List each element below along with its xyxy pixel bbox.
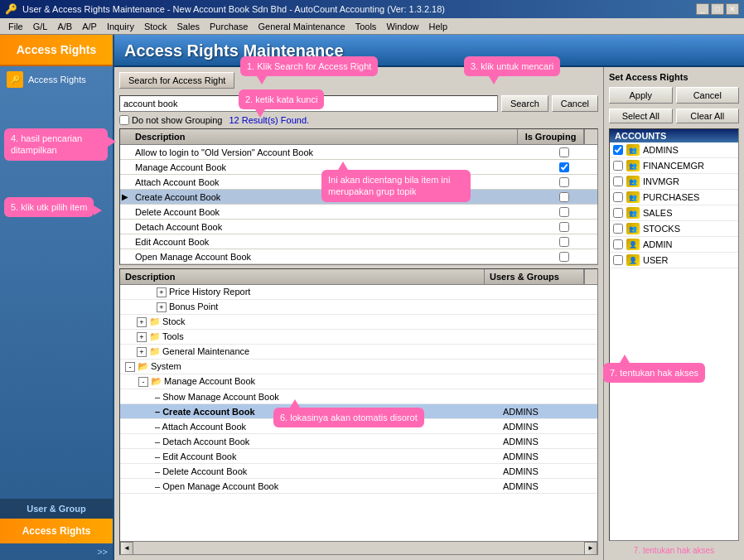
search-input[interactable]: [119, 95, 498, 112]
menu-ap[interactable]: A/P: [77, 20, 102, 33]
table-row[interactable]: Attach Account Book: [120, 175, 597, 190]
minimize-button[interactable]: _: [696, 3, 709, 15]
maximize-button[interactable]: □: [711, 3, 724, 15]
page-title: Access Rights Maintenance: [124, 41, 734, 60]
access-item[interactable]: 👤 USER: [610, 253, 738, 268]
window-title: User & Access Rights Maintenance - New A…: [22, 4, 445, 14]
access-checkbox[interactable]: [613, 208, 623, 218]
grouping-checkbox[interactable]: [559, 237, 569, 247]
grouping-checkbox[interactable]: [559, 192, 569, 202]
access-checkbox[interactable]: [613, 239, 623, 249]
grouping-checkbox[interactable]: [559, 147, 569, 157]
expand-icon[interactable]: +: [137, 347, 147, 357]
sidebar-section-access-rights[interactable]: Access Rights: [0, 519, 113, 543]
menu-ab[interactable]: A/B: [52, 20, 77, 33]
menu-help[interactable]: Help: [424, 20, 453, 33]
sidebar-title: Access Rights: [0, 35, 113, 66]
access-item[interactable]: 👥 FINANCEMGR: [610, 158, 738, 174]
list-item[interactable]: – Detach Account Book ADMINS: [120, 434, 597, 449]
list-item[interactable]: +📁Tools: [120, 330, 597, 345]
left-panel: Search for Access Right Search Cancel Do…: [114, 67, 603, 560]
access-item[interactable]: 👤 ADMIN: [610, 237, 738, 253]
row-arrow: ▶: [120, 192, 130, 201]
menu-purchase[interactable]: Purchase: [205, 20, 253, 33]
expand-icon[interactable]: -: [125, 362, 135, 372]
menu-gl[interactable]: G/L: [28, 20, 53, 33]
expand-icon[interactable]: +: [137, 317, 147, 327]
lower-header-users-groups: Users & Groups: [485, 269, 584, 284]
list-item[interactable]: +Bonus Point: [120, 300, 597, 315]
scroll-right-button[interactable]: ►: [584, 542, 597, 555]
expand-icon[interactable]: +: [157, 287, 167, 297]
select-all-button[interactable]: Select All: [609, 109, 673, 123]
menu-sales[interactable]: Sales: [172, 20, 205, 33]
expand-icon[interactable]: +: [157, 302, 167, 312]
no-grouping-checkbox[interactable]: [119, 115, 129, 125]
list-item[interactable]: +📁Stock: [120, 315, 597, 330]
list-item[interactable]: -📂System: [120, 360, 597, 374]
access-item[interactable]: 👥 INVMGR: [610, 174, 738, 190]
access-select-row: Select All Clear All: [609, 109, 739, 123]
cancel-button[interactable]: Cancel: [552, 95, 598, 112]
menu-tools[interactable]: Tools: [350, 20, 382, 33]
list-item[interactable]: -📂Manage Account Book: [120, 374, 597, 389]
menu-inquiry[interactable]: Inquiry: [102, 20, 139, 33]
sidebar-item-access-rights[interactable]: 🔑 Access Rights: [0, 66, 113, 93]
window-controls: _ □ ✕: [696, 3, 739, 15]
close-button[interactable]: ✕: [726, 3, 739, 15]
access-item[interactable]: 👥 SALES: [610, 205, 738, 221]
grouping-checkbox[interactable]: [559, 162, 569, 172]
scroll-left-button[interactable]: ◄: [120, 542, 133, 555]
list-item[interactable]: – Edit Account Book ADMINS: [120, 449, 597, 464]
table-row[interactable]: Detach Account Book: [120, 220, 597, 234]
clear-all-button[interactable]: Clear All: [676, 109, 740, 123]
menu-window[interactable]: Window: [381, 20, 423, 33]
list-item[interactable]: – Create Account Book ADMINS: [120, 404, 597, 419]
expand-icon[interactable]: -: [138, 377, 148, 387]
lower-table-body: +Price History Report +Bonus Point: [120, 285, 597, 541]
access-checkbox[interactable]: [613, 224, 623, 234]
no-grouping-label[interactable]: Do not show Grouping: [119, 115, 222, 125]
sidebar-section-user-group[interactable]: User & Group: [0, 499, 113, 519]
access-item[interactable]: 👥 PURCHASES: [610, 190, 738, 205]
result-count: 12 Result(s) Found.: [229, 115, 309, 125]
cancel-access-button[interactable]: Cancel: [676, 87, 740, 104]
search-for-access-right-button[interactable]: Search for Access Right: [119, 72, 234, 89]
access-checkbox[interactable]: [613, 161, 623, 171]
right-panel: Set Access Rights Apply Cancel Select Al…: [603, 67, 744, 560]
apply-button[interactable]: Apply: [609, 87, 673, 104]
list-item[interactable]: – Attach Account Book ADMINS: [120, 419, 597, 434]
page-header: Access Rights Maintenance: [114, 35, 744, 67]
access-item[interactable]: 👥 STOCKS: [610, 221, 738, 237]
access-checkbox[interactable]: [613, 192, 623, 202]
list-item[interactable]: – Show Manage Account Book: [120, 389, 597, 404]
list-item[interactable]: – Open Manage Account Book ADMINS: [120, 479, 597, 494]
list-item[interactable]: +📁General Maintenance: [120, 345, 597, 360]
list-item[interactable]: – Delete Account Book ADMINS: [120, 464, 597, 479]
access-checkbox[interactable]: [613, 145, 623, 155]
grouping-checkbox[interactable]: [559, 177, 569, 187]
grouping-checkbox[interactable]: [559, 252, 569, 262]
access-checkbox[interactable]: [613, 255, 623, 265]
table-row[interactable]: Manage Account Book: [120, 160, 597, 175]
sidebar-expand-button[interactable]: >>: [0, 543, 113, 560]
access-note: 7. tentukan hak akses: [609, 546, 739, 555]
set-access-title: Set Access Rights: [609, 72, 739, 82]
menu-general-maintenance[interactable]: General Maintenance: [254, 20, 350, 33]
table-row[interactable]: Delete Account Book: [120, 205, 597, 220]
table-row[interactable]: ▶ Create Account Book: [120, 190, 597, 205]
upper-header-description: Description: [130, 129, 518, 144]
menu-stock[interactable]: Stock: [139, 20, 172, 33]
table-row[interactable]: Allow to login to "Old Version" Account …: [120, 145, 597, 160]
access-checkbox[interactable]: [613, 176, 623, 186]
table-row[interactable]: Edit Account Book: [120, 234, 597, 249]
expand-icon[interactable]: +: [137, 332, 147, 342]
access-item[interactable]: 👥 ADMINS: [610, 142, 738, 158]
menu-file[interactable]: File: [3, 20, 28, 33]
table-row[interactable]: Open Manage Account Book: [120, 249, 597, 264]
grouping-checkbox[interactable]: [559, 222, 569, 232]
list-item[interactable]: +Price History Report: [120, 285, 597, 300]
grouping-checkbox[interactable]: [559, 207, 569, 217]
access-list-header: ACCOUNTS: [610, 129, 738, 142]
search-button[interactable]: Search: [501, 95, 548, 112]
